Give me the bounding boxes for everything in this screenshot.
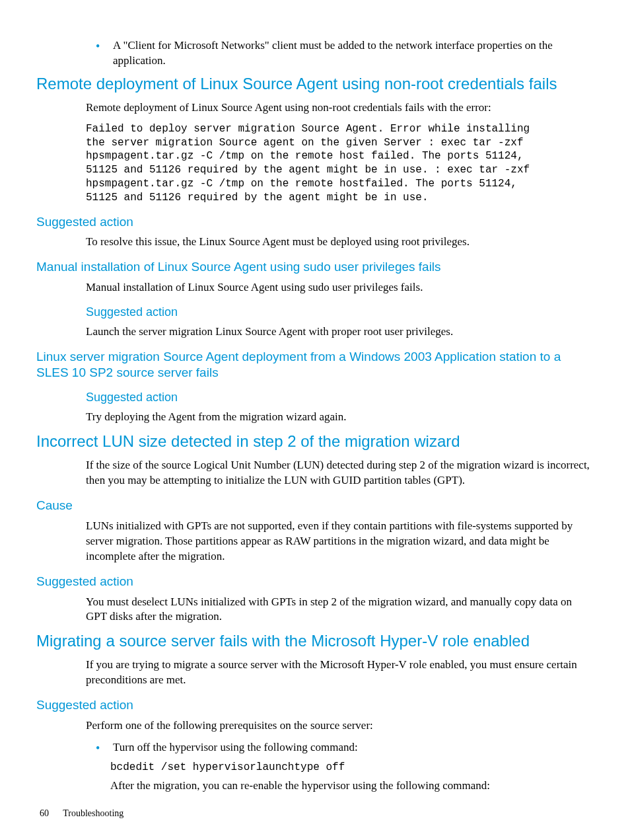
bullet-icon: • xyxy=(96,740,102,756)
heading-suggested-action-manual: Suggested action xyxy=(86,305,594,320)
lun-cause-body: LUNs initialized with GPTs are not suppo… xyxy=(86,519,594,564)
remote-intro: Remote deployment of Linux Source Agent … xyxy=(86,100,594,116)
remote-error-code: Failed to deploy server migration Source… xyxy=(86,122,594,205)
sles-suggested-body: Try deploying the Agent from the migrati… xyxy=(86,410,594,425)
heading-suggested-action-sles: Suggested action xyxy=(86,390,594,405)
lun-intro: If the size of the source Logical Unit N… xyxy=(86,458,594,488)
heading-hyperv: Migrating a source server fails with the… xyxy=(36,631,594,651)
heading-suggested-action-lun: Suggested action xyxy=(36,574,594,590)
hyperv-bullet: • Turn off the hypervisor using the foll… xyxy=(96,740,594,756)
intro-bullet: • A "Client for Microsoft Networks" clie… xyxy=(96,38,594,69)
heading-lun: Incorrect LUN size detected in step 2 of… xyxy=(36,432,594,451)
page-footer: 60 Troubleshooting xyxy=(40,808,123,819)
page-content: • A "Client for Microsoft Networks" clie… xyxy=(36,38,594,794)
hyperv-command: bcdedit /set hypervisorlaunchtype off xyxy=(110,761,594,773)
hyperv-after: After the migration, you can re-enable t… xyxy=(110,779,594,794)
footer-section: Troubleshooting xyxy=(63,808,123,818)
hyperv-suggested-body: Perform one of the following prerequisit… xyxy=(86,718,594,734)
heading-remote-deployment: Remote deployment of Linux Source Agent … xyxy=(36,74,594,94)
hyperv-bullet-text: Turn off the hypervisor using the follow… xyxy=(113,740,594,756)
manual-suggested-body: Launch the server migration Linux Source… xyxy=(86,325,594,340)
intro-bullet-text: A "Client for Microsoft Networks" client… xyxy=(113,38,594,69)
heading-cause: Cause xyxy=(36,498,594,514)
remote-suggested-body: To resolve this issue, the Linux Source … xyxy=(86,235,594,250)
lun-suggested-body: You must deselect LUNs initialized with … xyxy=(86,595,594,625)
heading-manual-install: Manual installation of Linux Source Agen… xyxy=(36,259,594,275)
page-number: 60 xyxy=(40,808,49,818)
heading-sles: Linux server migration Source Agent depl… xyxy=(36,349,594,381)
manual-intro: Manual installation of Linux Source Agen… xyxy=(86,280,594,295)
bullet-icon: • xyxy=(96,38,102,69)
heading-suggested-action-hyperv: Suggested action xyxy=(36,697,594,713)
hyperv-intro: If you are trying to migrate a source se… xyxy=(86,658,594,688)
heading-suggested-action-remote: Suggested action xyxy=(36,214,594,230)
